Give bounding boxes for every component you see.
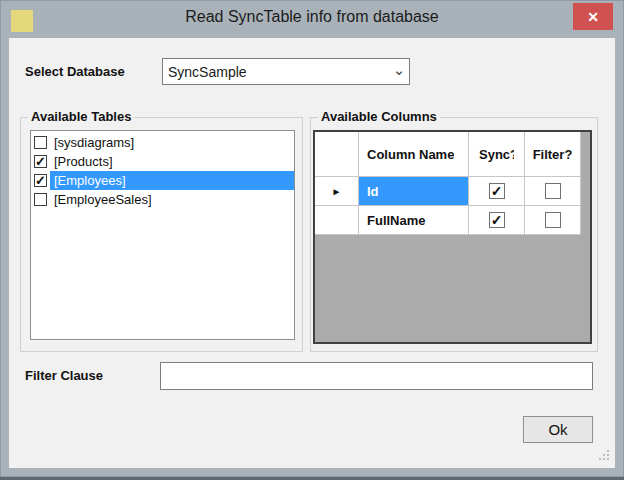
sync-checkbox[interactable]: ✓ <box>489 212 505 228</box>
tables-listbox[interactable]: [sysdiagrams] ✓ [Products] ✓ [Employees]… <box>30 130 295 340</box>
table-checkbox[interactable] <box>34 136 47 149</box>
database-dropdown-value: SyncSample <box>163 64 389 80</box>
close-button[interactable]: ✕ <box>573 3 613 30</box>
window-title: Read SyncTable info from database <box>0 8 624 26</box>
filter-header-label: Filter? <box>533 147 573 162</box>
grid-row[interactable]: FullName ✓ <box>315 206 590 235</box>
dialog-window: Read SyncTable info from database ✕ Sele… <box>0 0 624 480</box>
row-marker-icon: ► <box>332 186 342 197</box>
filter-clause-input[interactable] <box>160 362 593 390</box>
column-name-header[interactable]: Column Name <box>359 132 469 177</box>
column-name-header-label: Column Name <box>367 147 454 162</box>
ok-button-label: Ok <box>548 421 567 438</box>
sync-cell[interactable]: ✓ <box>469 177 525 206</box>
close-icon: ✕ <box>587 10 599 24</box>
ok-button[interactable]: Ok <box>523 416 593 443</box>
chevron-down-icon: ⌄ <box>389 65 409 79</box>
table-checkbox[interactable]: ✓ <box>34 155 47 168</box>
table-checkbox[interactable] <box>34 193 47 206</box>
resize-grip[interactable] <box>597 448 609 460</box>
column-name-cell[interactable]: Id <box>359 177 469 206</box>
dialog-client-area: Select Database SyncSample ⌄ Available T… <box>9 38 615 468</box>
filter-cell[interactable] <box>525 177 581 206</box>
grid-row[interactable]: ► Id ✓ <box>315 177 590 206</box>
column-name-cell[interactable]: FullName <box>359 206 469 235</box>
database-dropdown[interactable]: SyncSample ⌄ <box>162 58 410 85</box>
filter-checkbox[interactable] <box>545 212 561 228</box>
columns-grid[interactable]: Column Name Sync? Filter? ► Id ✓ <box>313 130 592 344</box>
sync-header-label: Sync? <box>479 147 514 162</box>
table-list-item[interactable]: ✓ [Products] <box>31 152 294 171</box>
table-name-label[interactable]: [EmployeeSales] <box>50 190 294 209</box>
select-database-label: Select Database <box>25 64 125 79</box>
filter-header[interactable]: Filter? <box>525 132 581 177</box>
row-header-cell[interactable] <box>315 206 359 235</box>
sync-checkbox[interactable]: ✓ <box>489 183 505 199</box>
available-tables-label: Available Tables <box>28 109 134 124</box>
table-list-item[interactable]: ✓ [Employees] <box>31 171 294 190</box>
filter-clause-label: Filter Clause <box>25 368 103 383</box>
table-name-label[interactable]: [sysdiagrams] <box>50 133 294 152</box>
grid-header-row: Column Name Sync? Filter? <box>315 132 590 177</box>
row-header-cell[interactable]: ► <box>315 177 359 206</box>
filter-cell[interactable] <box>525 206 581 235</box>
grid-corner-cell <box>315 132 359 177</box>
table-list-item[interactable]: [sysdiagrams] <box>31 133 294 152</box>
sync-header[interactable]: Sync? <box>469 132 525 177</box>
title-bar[interactable]: Read SyncTable info from database ✕ <box>0 0 624 38</box>
table-name-label[interactable]: [Products] <box>50 152 294 171</box>
table-checkbox[interactable]: ✓ <box>34 174 47 187</box>
table-list-item[interactable]: [EmployeeSales] <box>31 190 294 209</box>
sync-cell[interactable]: ✓ <box>469 206 525 235</box>
table-name-label[interactable]: [Employees] <box>50 171 294 190</box>
filter-checkbox[interactable] <box>545 183 561 199</box>
available-columns-label: Available Columns <box>318 109 440 124</box>
